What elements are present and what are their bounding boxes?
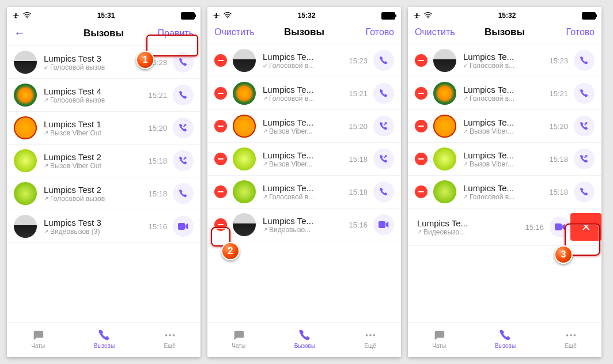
call-log-row[interactable]: Lumpics Te...↗Вызов Viber...15:18 (408, 143, 601, 176)
delete-minus-button[interactable] (214, 87, 227, 100)
call-action-button[interactable] (550, 217, 570, 237)
call-log-row[interactable]: Lumpics Te...↗Видеовызо...15:16 (207, 208, 401, 241)
delete-minus-button[interactable] (415, 87, 427, 100)
tab-calls[interactable]: Вызовы (94, 329, 115, 349)
tab-bar: Чаты Вызовы Ещё (408, 322, 601, 357)
call-log-row[interactable]: Lumpics Te...↗Голосовой в...15:21 (207, 77, 401, 110)
call-action-button[interactable] (173, 117, 194, 138)
tab-chats[interactable]: Чаты (232, 329, 245, 349)
delete-minus-button[interactable] (415, 185, 427, 198)
contact-avatar (233, 180, 256, 203)
direction-icon: ↗ (44, 195, 48, 202)
tab-more[interactable]: Ещё (565, 329, 577, 349)
call-log-row[interactable]: Lumpics Test 2↗Голосовой вызов15:18 (7, 177, 200, 210)
tab-chats[interactable]: Чаты (31, 329, 45, 349)
call-log-row[interactable]: Lumpics Te...↗Голосовой в...15:18 (207, 176, 401, 208)
call-action-button[interactable] (373, 50, 394, 71)
tab-calls[interactable]: Вызовы (495, 329, 516, 349)
delete-minus-button[interactable] (214, 218, 227, 231)
tab-more[interactable]: Ещё (364, 329, 377, 349)
delete-minus-button[interactable] (214, 54, 227, 67)
done-button[interactable]: Готово (348, 27, 394, 37)
close-icon: ✕ (581, 220, 591, 234)
status-time: 15:32 (498, 12, 516, 20)
call-action-button[interactable] (373, 149, 394, 169)
call-log-row[interactable]: Lumpics Test 2↗Вызов Viber Out15:18 (7, 145, 200, 177)
direction-icon: ↙ (44, 64, 48, 70)
contact-name: Lumpics Test 2 (44, 152, 143, 162)
call-log-row[interactable]: Lumpics Te...↗Видеовызо...15:16✕ (408, 208, 601, 246)
delete-minus-button[interactable] (415, 153, 427, 165)
svg-point-1 (165, 334, 167, 336)
phone-screen-1: 15:31 ← Вызовы Править Lumpics Test 3↙Го… (7, 7, 200, 357)
delete-minus-button[interactable] (214, 153, 227, 165)
call-action-button[interactable] (574, 50, 595, 71)
call-log-row[interactable]: Lumpics Te...↗Голосовой в...15:21 (408, 77, 601, 110)
call-log-list-editing[interactable]: Lumpics Te...↙Голосовой в...15:23Lumpics… (207, 44, 401, 322)
back-button[interactable]: ← (14, 26, 60, 40)
call-subtitle: ↗Голосовой в... (463, 193, 544, 201)
delete-minus-button[interactable] (415, 54, 427, 67)
contact-avatar (233, 213, 256, 236)
call-log-list-editing[interactable]: Lumpics Te...↙Голосовой в...15:23Lumpics… (408, 44, 601, 322)
call-subtitle: ↙Голосовой в... (263, 62, 344, 70)
call-action-button[interactable] (173, 183, 194, 204)
contact-avatar (14, 149, 37, 172)
delete-minus-button[interactable] (415, 120, 427, 132)
call-action-button[interactable] (574, 149, 595, 169)
chat-icon (32, 329, 44, 342)
direction-icon: ↙ (463, 62, 468, 69)
call-action-button[interactable] (173, 52, 194, 73)
direction-icon: ↗ (263, 194, 267, 200)
direction-icon: ↗ (463, 128, 468, 134)
call-log-row[interactable]: Lumpics Te...↗Голосовой в...15:18 (408, 176, 601, 208)
delete-confirm-button[interactable]: ✕ (570, 213, 601, 241)
contact-name: Lumpics Te... (263, 150, 344, 160)
clear-button[interactable]: Очистить (415, 27, 461, 37)
contact-avatar (14, 215, 37, 238)
annotation-badge-3: 3 (554, 245, 573, 264)
call-action-button[interactable] (574, 181, 595, 202)
call-log-row[interactable]: Lumpics Test 4↗Голосовой вызов15:21 (7, 79, 200, 112)
call-log-row[interactable]: Lumpics Test 3↙Голосовой вызов15:23 (7, 46, 200, 79)
call-log-list[interactable]: Lumpics Test 3↙Голосовой вызов15:23Lumpi… (7, 46, 200, 322)
svg-rect-0 (178, 223, 185, 230)
tab-label: Вызовы (495, 343, 516, 349)
call-action-button[interactable] (173, 216, 194, 237)
call-log-row[interactable]: Lumpics Te...↗Вызов Viber...15:20 (408, 110, 601, 143)
call-log-row[interactable]: Lumpics Te...↗Вызов Viber...15:20 (207, 110, 401, 143)
call-action-button[interactable] (373, 116, 394, 136)
tab-more[interactable]: Ещё (164, 329, 176, 349)
call-log-row[interactable]: Lumpics Te...↙Голосовой в...15:23 (207, 44, 401, 77)
call-time: 15:18 (549, 155, 568, 164)
call-action-button[interactable] (373, 83, 394, 104)
direction-icon: ↗ (463, 161, 468, 167)
call-log-row[interactable]: Lumpics Te...↙Голосовой в...15:23 (408, 44, 601, 77)
contact-name: Lumpics Te... (463, 183, 544, 193)
call-subtitle: ↗Вызов Viber... (263, 127, 344, 135)
call-action-button[interactable] (373, 214, 394, 235)
call-log-row[interactable]: Lumpics Test 3↗Видеовызов (3)15:16 (7, 210, 200, 243)
call-log-row[interactable]: Lumpics Te...↗Вызов Viber...15:18 (207, 143, 401, 176)
edit-button[interactable]: Править (147, 28, 194, 39)
tab-label: Ещё (364, 343, 376, 349)
delete-minus-button[interactable] (214, 185, 227, 198)
call-time: 15:20 (148, 124, 167, 132)
call-action-button[interactable] (574, 83, 595, 104)
call-log-row[interactable]: Lumpics Test 1↗Вызов Viber Out15:20 (7, 112, 200, 145)
tab-chats[interactable]: Чаты (432, 329, 446, 349)
contact-name: Lumpics Test 3 (44, 218, 143, 227)
delete-minus-button[interactable] (214, 120, 227, 132)
done-button[interactable]: Готово (548, 27, 595, 37)
call-action-button[interactable] (173, 150, 194, 171)
call-action-button[interactable] (574, 116, 595, 136)
clear-button[interactable]: Очистить (214, 27, 260, 37)
call-subtitle: ↗Вызов Viber... (263, 160, 344, 168)
svg-point-9 (566, 334, 568, 336)
call-action-button[interactable] (173, 85, 194, 105)
direction-icon: ↗ (44, 130, 48, 136)
tab-calls[interactable]: Вызовы (294, 329, 315, 349)
phone-screen-2: 15:32 Очистить Вызовы Готово Lumpics Te.… (207, 7, 401, 357)
call-action-button[interactable] (373, 181, 394, 202)
contact-name: Lumpics Te... (417, 218, 520, 228)
